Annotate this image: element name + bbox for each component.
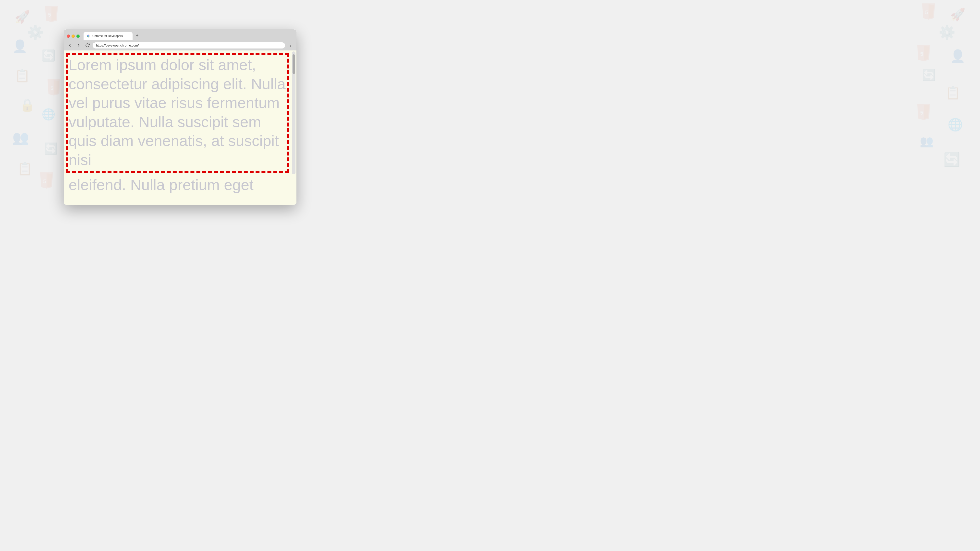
new-tab-button[interactable]: + [134, 32, 141, 39]
bg-icon: 🌐 [41, 108, 56, 121]
bg-icon: 5 [916, 44, 931, 64]
bg-icon: 📋 [17, 162, 32, 176]
minimize-button[interactable] [72, 35, 75, 38]
bg-icon: ⚙️ [27, 24, 44, 40]
svg-point-23 [290, 45, 291, 46]
bg-icon: 🚀 [950, 7, 965, 22]
bg-icon: 🚀 [15, 10, 30, 24]
svg-marker-15 [917, 104, 930, 120]
svg-marker-0 [45, 6, 58, 22]
bg-icon: 📋 [15, 68, 30, 83]
url-text: https://developer.chrome.com/ [96, 44, 139, 47]
bg-icon: 🔄 [44, 142, 58, 155]
svg-text:5: 5 [51, 85, 53, 91]
svg-marker-3 [48, 79, 60, 95]
bg-icon: 🔒 [20, 98, 35, 112]
svg-marker-1 [51, 7, 57, 21]
svg-text:5: 5 [920, 51, 923, 57]
forward-button[interactable] [75, 41, 82, 49]
svg-text:5: 5 [920, 110, 923, 116]
address-bar[interactable]: https://developer.chrome.com/ [92, 42, 285, 49]
reload-button[interactable] [84, 41, 91, 49]
chrome-favicon [86, 34, 91, 38]
bg-icon: 👥 [12, 130, 29, 146]
scrollbar-thumb[interactable] [293, 54, 295, 74]
bg-icon: 📋 [945, 86, 960, 100]
below-fold-content: eleifend. Nulla pretium eget [64, 175, 296, 205]
svg-text:5: 5 [43, 178, 46, 184]
bg-icon: 5 [916, 103, 931, 123]
svg-marker-6 [40, 172, 53, 189]
bg-icon: 👤 [950, 49, 965, 63]
svg-marker-9 [922, 3, 935, 20]
svg-text:5: 5 [48, 12, 51, 18]
svg-marker-7 [46, 173, 52, 187]
browser-tab[interactable]: Chrome for Developers [84, 32, 132, 40]
svg-marker-16 [924, 105, 929, 119]
bg-icon: 🔄 [922, 68, 936, 81]
bg-icon: 🌐 [948, 118, 963, 132]
svg-point-22 [290, 44, 291, 44]
bg-icon: 🔄 [943, 152, 960, 168]
back-button[interactable] [66, 41, 73, 49]
close-button[interactable] [67, 35, 70, 38]
traffic-lights [67, 35, 80, 38]
bg-icon: 🔄 [41, 49, 56, 62]
tab-title: Chrome for Developers [92, 34, 129, 38]
tab-area: Chrome for Developers + [84, 32, 294, 40]
svg-marker-13 [924, 46, 929, 60]
navigation-bar: https://developer.chrome.com/ [64, 40, 296, 51]
svg-point-24 [290, 46, 291, 47]
svg-marker-10 [929, 5, 934, 19]
bg-icon: ⚙️ [939, 24, 956, 40]
page-content: Lorem ipsum dolor sit amet, consectetur … [64, 51, 296, 175]
browser-menu-button[interactable] [286, 41, 294, 49]
title-bar: Chrome for Developers + [64, 29, 296, 40]
bg-icon: 5 [921, 2, 936, 22]
lorem-text: Lorem ipsum dolor sit amet, consectetur … [64, 51, 296, 174]
bg-icon: 👤 [12, 39, 27, 53]
scrollbar[interactable] [292, 51, 296, 175]
bg-icon: 👥 [920, 135, 934, 148]
svg-point-21 [88, 35, 89, 37]
bg-icon: 5 [46, 78, 61, 98]
maximize-button[interactable] [76, 35, 80, 38]
svg-marker-12 [917, 45, 930, 61]
svg-text:5: 5 [925, 9, 928, 16]
bg-icon: 5 [44, 5, 59, 25]
browser-window: Chrome for Developers + https://develope… [64, 29, 296, 205]
svg-marker-4 [54, 80, 59, 95]
bg-icon: 5 [39, 171, 54, 191]
